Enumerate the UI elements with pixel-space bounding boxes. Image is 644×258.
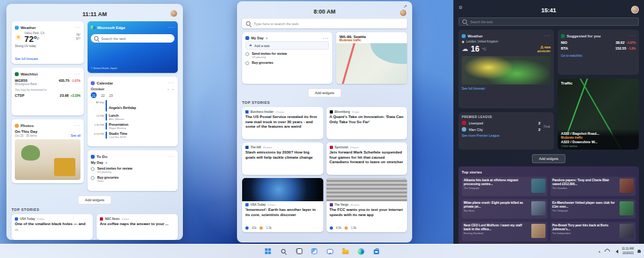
stock-symbol[interactable]: BTA [561,46,568,50]
calendar-event[interactable]: 12 PM LunchAlex Johnson [91,114,175,121]
wifi-icon[interactable] [603,248,611,255]
calendar-day[interactable]: 23 [109,94,113,97]
see-full-forecast-link[interactable]: See full forecast [15,57,80,61]
task-checkbox[interactable] [245,52,249,56]
calendar-day-selected[interactable]: 21 [91,92,97,98]
news-story-card[interactable]: Albania hits back at offshore migrant pr… [462,177,547,196]
more-options-icon[interactable]: ··· [323,37,329,40]
edge-widget[interactable]: Microsoft Edge ··· Search the web © Ikem… [88,21,178,73]
widgets-button[interactable] [310,246,319,256]
story-actions-icon[interactable]: ··· [313,226,320,230]
calendar-event[interactable]: 1:30 PM PresentationSkype Meeting [91,123,175,130]
photos-widget[interactable]: Photos ··· On This Day Oct 20 · 35 items… [12,119,84,183]
news-story-card[interactable]: Bloomberg 3 mins A Quant's Take on Innov… [327,107,408,139]
notification-bell-icon[interactable] [638,250,641,253]
news-story-card[interactable]: The Hill 45 mins Slash emissions by 2030… [242,143,323,175]
file-explorer-button[interactable] [341,246,350,256]
stock-symbol[interactable]: NIO [561,41,567,45]
see-more-league-link[interactable]: See more Premier League [462,134,551,137]
stock-symbol[interactable]: CTSP [15,94,24,97]
todo-widget[interactable]: To Do ··· My Day ∨ Send invites for revi… [88,150,178,191]
chat-button[interactable] [325,246,335,256]
my-day-widget[interactable]: My Day ∨ ··· + Add a task Send invites f… [242,32,332,84]
user-avatar[interactable] [170,10,178,17]
search-input[interactable] [470,20,635,24]
more-options-icon[interactable]: ··· [74,26,80,29]
calendar-event[interactable]: 6:00 PM Studio TimeConf Rm 30/35 [91,132,175,139]
news-story-card[interactable]: USA Today 3 mins One of the smallest bla… [12,214,93,240]
comment-icon[interactable] [260,226,263,230]
weather-radar-map[interactable] [462,56,551,84]
calendar-event[interactable]: All day Angela's Birthday [91,100,175,112]
news-story-card[interactable]: NBC News 3 mins Are coffee naps the answ… [97,214,178,240]
task-checkbox[interactable] [245,61,249,65]
todo-task[interactable]: Buy groceries [245,61,329,65]
calendar-widget[interactable]: Calendar ··· October ‹ › 21 22 23 All da… [88,77,178,146]
watchlist-widget[interactable]: Watchlist ··· WGR55 435.75 -1.67% Woodgr… [12,68,84,115]
news-story-card[interactable]: USA Today 3 mins 'Innermost': Earth has … [242,178,323,232]
comment-icon[interactable] [345,226,348,230]
search-input[interactable] [254,22,403,26]
edge-search-box[interactable]: Search the web [91,34,175,43]
premier-league-widget[interactable]: PREMIER LEAGUE Liverpool 2 Man City 2 Fi… [459,112,554,150]
more-options-icon[interactable]: ··· [168,26,175,29]
go-to-watchlist-link[interactable]: Go to watchlist [561,54,636,57]
todo-task[interactable]: Send invites for reviewUX planning [245,52,329,59]
see-full-forecast-link[interactable]: See full forecast [462,86,551,90]
more-options-icon[interactable]: ··· [168,81,175,84]
photos-memory-image[interactable] [15,139,80,180]
news-story-card[interactable]: Pre-Brexit Tory peer hits back at Boris … [551,222,636,241]
add-widgets-button[interactable]: Add widgets [532,154,565,163]
task-checkbox[interactable] [91,176,95,180]
task-checkbox[interactable] [91,167,95,171]
more-options-icon[interactable]: ··· [168,155,175,158]
add-task-field[interactable]: + Add a task [245,41,329,50]
volume-icon[interactable] [614,250,618,253]
match-team-row[interactable]: Man City 2 [462,127,551,132]
news-story-card[interactable]: Pandora papers: Tony and Cherie Blair sa… [551,177,636,196]
todo-task[interactable]: Send invites for reviewUX planning [91,166,175,174]
add-widgets-button[interactable]: Add widgets [308,88,341,97]
calendar-day[interactable]: 22 [101,94,105,97]
clock-and-date[interactable]: 11:11 AM 10/20/21 [622,247,634,255]
story-actions-icon[interactable]: ··· [397,226,404,230]
store-button[interactable] [372,246,381,256]
news-story-card[interactable]: Milan plane crash: Eight people killed a… [462,199,547,219]
todo-task[interactable]: Buy groceriesTasks [91,175,175,183]
news-story-card[interactable]: Next CEO Lord Wolfson: I want my staff b… [462,222,547,241]
hidden-icons-chevron[interactable]: ∧ [598,250,601,253]
expand-icon[interactable]: ↗ [403,4,407,9]
more-options-icon[interactable]: ··· [544,34,551,37]
suggested-stocks-widget[interactable]: Suggested for you ··· NIO 38.62 -4.97% B… [558,30,639,75]
traffic-map[interactable] [336,43,407,84]
news-story-card[interactable]: The Verge 45 mins The FCC wants you to t… [327,178,408,232]
web-search-bar[interactable] [459,17,639,26]
user-avatar[interactable] [631,6,639,14]
weather-widget[interactable]: Weather ··· ☀ Valley Park, CA 72°F 76° 5… [12,21,84,64]
more-options-icon[interactable]: ··· [74,124,80,127]
settings-icon[interactable]: ⚙ [459,5,462,10]
traffic-widget[interactable]: Traffic A322 / Bagshot Road... Moderate … [558,79,639,150]
more-options-icon[interactable]: ··· [629,34,636,37]
traffic-widget[interactable]: WA-99, Seattle Moderate traffic [336,32,407,84]
calendar-nav-icons[interactable]: ‹ › [167,87,175,91]
see-all-link[interactable]: See all [71,134,80,137]
match-team-row[interactable]: Liverpool 2 [462,121,551,125]
news-story-card[interactable]: Sportsnet 2 hours Jets forward Mark Sche… [327,143,408,175]
weather-unit[interactable]: F [37,37,39,41]
weather-unit[interactable]: °C [482,47,486,51]
news-story-card[interactable]: Ex-Manchester United player sues club fo… [551,199,636,219]
like-icon[interactable] [245,226,249,230]
more-options-icon[interactable]: ··· [74,72,80,75]
web-search-bar[interactable] [242,19,407,28]
todo-list-selector[interactable]: My Day ∨ [91,161,175,164]
add-widgets-button[interactable]: Add widgets [78,195,111,204]
edge-button[interactable] [356,246,366,256]
start-button[interactable] [263,246,273,256]
taskbar-search-button[interactable] [279,246,289,256]
like-icon[interactable] [330,226,333,230]
news-story-card[interactable]: Business Insider 2 hours The US Postal S… [242,107,323,139]
user-avatar[interactable] [399,9,407,17]
weather-widget[interactable]: Weather ··· London, United Kingdom ☁ 16 … [459,30,554,108]
task-view-button[interactable] [294,246,304,256]
